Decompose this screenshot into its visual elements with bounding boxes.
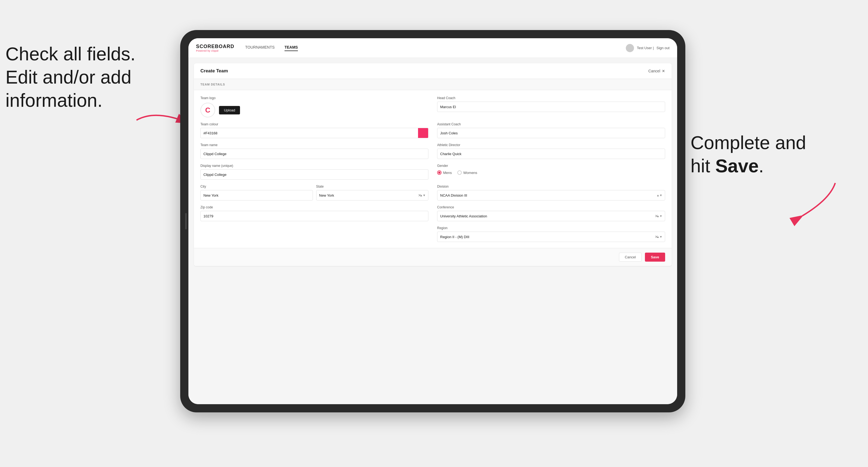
conference-label: Conference [437,206,665,209]
save-button[interactable]: Save [645,253,665,261]
form-title: Create Team [200,68,228,74]
division-label: Division [437,185,665,188]
city-group: City [200,185,313,200]
assistant-coach-group: Assistant Coach [437,122,665,138]
gender-group: Gender Mens Womens [437,164,665,180]
colour-text-input[interactable] [200,128,418,138]
state-group: State New York ✕ ▲▼ [316,185,429,200]
head-coach-input[interactable] [437,102,665,112]
team-name-input[interactable] [200,149,428,159]
zip-code-input[interactable] [200,211,428,221]
logo-area: C Upload [200,103,428,118]
team-logo-label: Team logo [200,96,428,100]
team-colour-label: Team colour [200,122,428,126]
cancel-label: Cancel [648,69,660,73]
nav-links: TOURNAMENTS TEAMS [245,45,626,51]
team-logo-group: Team logo C Upload [200,96,428,118]
zip-code-group: Zip code [200,206,428,221]
zip-code-label: Zip code [200,206,428,209]
logo-circle: C [200,103,215,118]
team-name-label: Team name [200,143,428,147]
state-select-wrapper: New York ✕ ▲▼ [316,190,429,200]
mens-label: Mens [443,171,452,175]
colour-swatch[interactable] [418,128,428,138]
state-clear-icon[interactable]: ✕ [418,193,421,197]
assistant-coach-label: Assistant Coach [437,122,665,126]
region-select-wrapper: Region II - (M) DIII ✕ ▲▼ [437,231,665,242]
gender-label: Gender [437,164,665,168]
display-name-input[interactable] [200,169,428,180]
city-input[interactable] [200,190,313,200]
gender-womens-option[interactable]: Womens [457,170,477,175]
display-name-label: Display name (unique) [200,164,428,168]
womens-radio[interactable] [457,170,462,175]
display-name-group: Display name (unique) [200,164,428,180]
conference-group: Conference University Athletic Associati… [437,206,665,221]
region-select[interactable]: Region II - (M) DIII [437,231,665,242]
sign-out-link[interactable]: Sign out [656,46,670,50]
state-select[interactable]: New York [316,190,429,200]
arrow-right [786,178,841,221]
athletic-director-label: Athletic Director [437,143,665,147]
head-coach-label: Head Coach [437,96,665,100]
instruction-save-bold: Save [715,155,759,176]
city-label: City [200,185,313,188]
form-body: Team logo C Upload Head Coach Team colou… [194,90,672,248]
city-state-row: City State New York ✕ ▲▼ [200,185,428,200]
nav-user-area: Test User | Sign out [626,44,670,52]
page-content: Create Team Cancel ✕ TEAM DETAILS Team l… [188,58,677,404]
division-select[interactable]: NCAA Division III [437,190,665,200]
cancel-icon: ✕ [662,69,665,73]
state-label: State [316,185,429,188]
nav-avatar [626,44,634,52]
athletic-director-group: Athletic Director [437,143,665,159]
create-team-form: Create Team Cancel ✕ TEAM DETAILS Team l… [194,63,672,266]
city-state-group: City State New York ✕ ▲▼ [200,185,428,200]
colour-input-row [200,128,428,138]
tablet-frame: SCOREBOARD Powered by clippd TOURNAMENTS… [180,30,685,412]
mens-radio[interactable] [437,170,441,175]
womens-label: Womens [463,171,477,175]
head-coach-group: Head Coach [437,96,665,118]
section-header: TEAM DETAILS [194,79,672,90]
conference-select-wrapper: University Athletic Association ✕ ▲▼ [437,211,665,221]
assistant-coach-input[interactable] [437,128,665,138]
instruction-right: Complete and hit Save. [690,131,822,178]
upload-button[interactable]: Upload [219,106,240,115]
empty-left-spacer [200,226,428,242]
form-cancel-button[interactable]: Cancel ✕ [648,69,665,73]
footer-cancel-button[interactable]: Cancel [619,253,641,261]
region-clear-icon[interactable]: ✕ [655,235,658,239]
conference-select[interactable]: University Athletic Association [437,211,665,221]
athletic-director-input[interactable] [437,149,665,159]
tablet-side-button [185,213,187,229]
nav-logo-sub: Powered by clippd [196,50,234,52]
navbar: SCOREBOARD Powered by clippd TOURNAMENTS… [188,38,677,58]
region-group: Region Region II - (M) DIII ✕ ▲▼ [437,226,665,242]
conference-clear-icon[interactable]: ✕ [655,214,658,218]
region-label: Region [437,226,665,230]
gender-mens-option[interactable]: Mens [437,170,452,175]
tablet-screen: SCOREBOARD Powered by clippd TOURNAMENTS… [188,38,677,404]
nav-logo-title: SCOREBOARD [196,44,234,50]
form-header: Create Team Cancel ✕ [194,63,672,79]
form-footer: Cancel Save [194,248,672,266]
instruction-left: Check all fields. Edit and/or add inform… [5,42,169,112]
team-colour-group: Team colour [200,122,428,138]
nav-link-teams[interactable]: TEAMS [284,45,298,51]
nav-user-name: Test User | [637,46,654,50]
nav-logo: SCOREBOARD Powered by clippd [196,44,234,52]
team-name-group: Team name [200,143,428,159]
division-select-wrapper: NCAA Division III ▲▼ [437,190,665,200]
gender-row: Mens Womens [437,170,665,175]
nav-link-tournaments[interactable]: TOURNAMENTS [245,45,275,51]
division-group: Division NCAA Division III ▲▼ [437,185,665,200]
